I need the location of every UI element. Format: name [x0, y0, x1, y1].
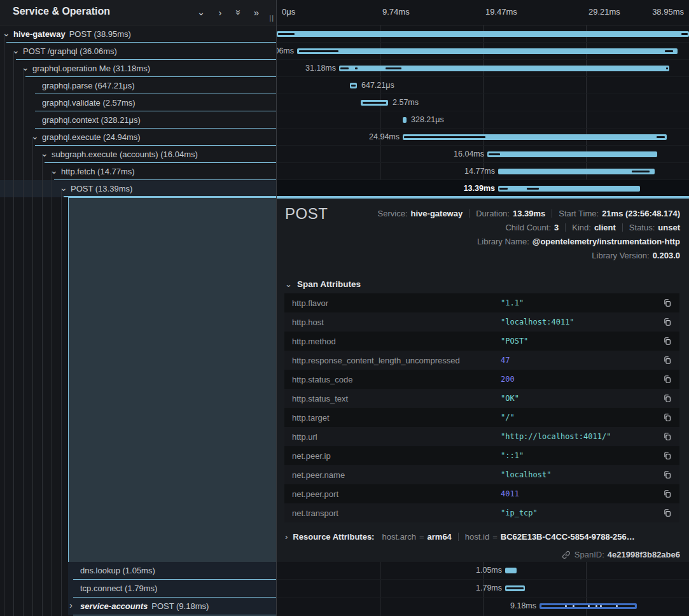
attribute-row: net.peer.ip"::1"	[284, 446, 679, 465]
duration-label: 31.18ms	[305, 60, 336, 77]
attribute-value: "1.1"	[501, 298, 524, 307]
span-name-row[interactable]: ⌄POST /graphql (36.06ms)	[0, 43, 277, 60]
span-name-row[interactable]: ⌄graphql.operation Me (31.18ms)	[0, 60, 277, 77]
column-resize-grip[interactable]: ||	[269, 14, 274, 22]
copy-button[interactable]	[662, 431, 673, 442]
child-span-mark	[351, 85, 356, 87]
copy-button[interactable]	[662, 335, 673, 347]
expand-one-icon[interactable]: ›	[213, 5, 227, 19]
chevron-down-icon[interactable]: ⌄	[50, 163, 58, 179]
copy-button[interactable]	[662, 507, 673, 519]
timeline-row[interactable]: 9.18ms	[277, 598, 689, 615]
timeline-row[interactable]: 2.57ms	[277, 94, 689, 111]
tree-indent-guide	[42, 154, 43, 616]
attribute-value: 200	[501, 375, 515, 384]
span-name-row[interactable]: graphql.parse (647.21μs)	[0, 77, 277, 94]
child-span-mark	[404, 136, 485, 138]
span-bar[interactable]	[403, 134, 667, 140]
attribute-value: "OK"	[501, 394, 519, 403]
child-span-mark	[632, 171, 650, 172]
expand-all-icon[interactable]: »	[249, 5, 263, 19]
span-name-row[interactable]: ⌄subgraph.execute (accounts) (16.04ms)	[0, 146, 277, 163]
tree-indent-guide	[52, 171, 52, 616]
collapse-all-icon[interactable]: »	[232, 5, 246, 19]
timeline-row[interactable]: 647.21μs	[277, 77, 689, 94]
timeline-row[interactable]: 1.05ms	[277, 562, 689, 580]
span-name-row[interactable]: graphql.context (328.21μs)	[0, 111, 277, 129]
span-name-row[interactable]: ›service-accountsPOST (9.18ms)	[0, 598, 277, 615]
resource-key: host.arch	[382, 532, 415, 542]
timeline-row[interactable]: 1.79ms	[277, 580, 689, 598]
timeline-row[interactable]: 36.06ms	[277, 43, 689, 60]
copy-button[interactable]	[662, 393, 673, 404]
span-bar[interactable]	[403, 117, 407, 123]
span-bar[interactable]	[339, 66, 669, 71]
chevron-right-icon[interactable]: ›	[69, 598, 73, 613]
copy-button[interactable]	[662, 469, 673, 480]
span-name-row[interactable]: dns.lookup (1.05ms)	[0, 562, 277, 580]
span-id-value: 4e21998f3b82abe6	[608, 550, 680, 559]
span-name-row[interactable]: tcp.connect (1.79ms)	[0, 580, 277, 598]
chevron-down-icon[interactable]: ⌄	[22, 60, 29, 76]
span-name-label: service-accountsPOST (9.18ms)	[80, 598, 209, 615]
span-bar[interactable]	[539, 603, 637, 609]
chevron-right-icon: ›	[285, 532, 288, 542]
span-bar[interactable]	[277, 31, 689, 37]
copy-button[interactable]	[662, 297, 673, 309]
equals-sign: =	[492, 532, 498, 542]
span-name-row[interactable]: ⌄POST (13.39ms)	[0, 180, 277, 197]
span-bar[interactable]	[498, 186, 640, 192]
span-name-label: graphql.execute (24.94ms)	[42, 129, 141, 146]
timeline-row[interactable]: 328.21μs	[277, 111, 689, 129]
span-bar[interactable]	[350, 83, 357, 88]
chevron-down-icon[interactable]: ⌄	[41, 146, 48, 162]
timeline-row[interactable]: 13.39ms	[277, 180, 689, 197]
copy-button[interactable]	[662, 488, 673, 500]
copy-icon	[663, 394, 672, 403]
span-name-row[interactable]: graphql.validate (2.57ms)	[0, 94, 277, 111]
span-bar[interactable]	[487, 151, 657, 157]
tree-indent-guide	[61, 188, 62, 616]
copy-icon	[663, 413, 672, 422]
span-name-label: dns.lookup (1.05ms)	[80, 562, 155, 580]
timeline-row[interactable]: 24.94ms	[277, 129, 689, 146]
span-bar[interactable]	[505, 585, 525, 591]
span-name-row[interactable]: ⌄graphql.execute (24.94ms)	[0, 129, 277, 146]
chevron-down-icon[interactable]: ⌄	[31, 129, 39, 144]
copy-button[interactable]	[662, 412, 673, 423]
row-underline	[73, 615, 277, 615]
child-span-dot	[573, 605, 574, 607]
span-id-label: SpanID:	[574, 550, 604, 559]
span-bar[interactable]	[505, 568, 517, 573]
chevron-down-icon[interactable]: ⌄	[12, 43, 20, 59]
resource-value: BC62E13B-C4CC-5854-9788-256…	[501, 532, 635, 542]
timeline-row[interactable]: 38.95ms	[277, 25, 689, 43]
chevron-down-icon[interactable]: ⌄	[3, 25, 10, 41]
collapse-one-icon[interactable]: ⌄	[194, 5, 208, 19]
timeline-row[interactable]: 14.77ms	[277, 163, 689, 180]
equals-sign: =	[419, 532, 424, 542]
span-bar[interactable]	[498, 169, 655, 174]
timeline-row[interactable]: 16.04ms	[277, 146, 689, 163]
operation-name: tcp.connect (1.79ms)	[80, 584, 157, 593]
attribute-value: 4011	[501, 489, 519, 498]
copy-button[interactable]	[662, 450, 673, 461]
chevron-down-icon[interactable]: ⌄	[60, 180, 67, 196]
timeline-row[interactable]: 31.18ms	[277, 60, 689, 77]
span-name-row[interactable]: ⌄http.fetch (14.77ms)	[0, 163, 277, 180]
overview-line: Library Version:0.203.0	[378, 248, 680, 262]
span-bar[interactable]	[297, 48, 678, 54]
copy-button[interactable]	[662, 354, 673, 366]
copy-button[interactable]	[662, 316, 673, 328]
span-bar[interactable]	[361, 100, 388, 106]
operation-name: subgraph.execute (accounts) (16.04ms)	[52, 150, 198, 159]
span-name-label: hive-gatewayPOST (38.95ms)	[13, 25, 131, 43]
span-attributes-header[interactable]: ⌄Span Attributes	[285, 279, 361, 289]
copy-button[interactable]	[662, 374, 673, 385]
resource-attributes-row[interactable]: › Resource Attributes: host.arch=arm64ho…	[285, 532, 683, 542]
attribute-key: net.peer.ip	[284, 451, 501, 461]
span-attributes-label: Span Attributes	[297, 279, 361, 289]
divider	[622, 223, 623, 232]
link-icon[interactable]	[562, 550, 571, 559]
span-name-row[interactable]: ⌄hive-gatewayPOST (38.95ms)	[0, 25, 277, 43]
